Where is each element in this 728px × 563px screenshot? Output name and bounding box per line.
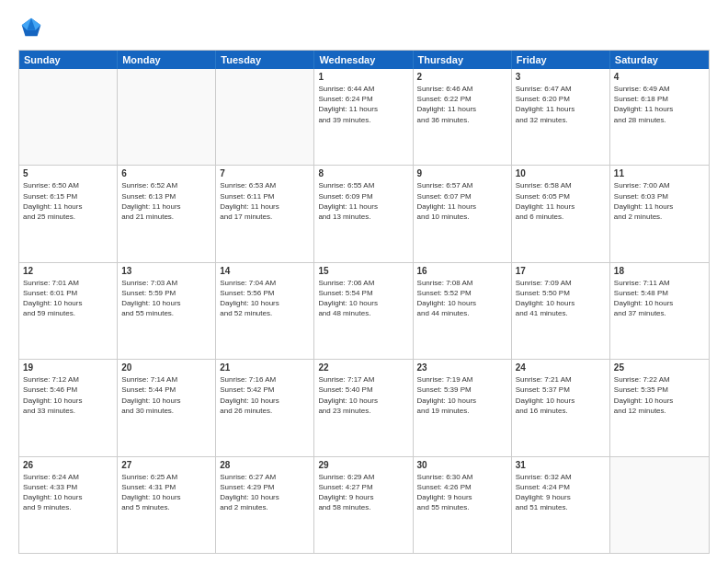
day-number: 10 <box>516 168 606 178</box>
day-number: 12 <box>23 266 113 276</box>
day-number: 14 <box>220 266 310 276</box>
day-info: Sunrise: 7:06 AM Sunset: 5:54 PM Dayligh… <box>318 278 408 319</box>
day-info: Sunrise: 7:01 AM Sunset: 6:01 PM Dayligh… <box>23 278 113 319</box>
day-cell: 10Sunrise: 6:58 AM Sunset: 6:05 PM Dayli… <box>512 166 610 261</box>
day-cell: 23Sunrise: 7:19 AM Sunset: 5:39 PM Dayli… <box>414 360 512 455</box>
day-number: 6 <box>121 168 211 178</box>
day-number: 9 <box>417 168 507 178</box>
day-info: Sunrise: 7:19 AM Sunset: 5:39 PM Dayligh… <box>417 374 507 416</box>
day-cell: 30Sunrise: 6:30 AM Sunset: 4:26 PM Dayli… <box>414 457 512 553</box>
day-cell: 24Sunrise: 7:21 AM Sunset: 5:37 PM Dayli… <box>512 360 610 455</box>
day-cell: 11Sunrise: 7:00 AM Sunset: 6:03 PM Dayli… <box>610 166 709 261</box>
empty-cell <box>216 69 314 165</box>
day-info: Sunrise: 6:50 AM Sunset: 6:15 PM Dayligh… <box>23 180 113 222</box>
weekday-header: Wednesday <box>314 51 413 69</box>
day-number: 5 <box>23 168 113 178</box>
day-number: 21 <box>220 362 310 373</box>
day-number: 20 <box>121 362 211 373</box>
day-cell: 28Sunrise: 6:27 AM Sunset: 4:29 PM Dayli… <box>216 457 314 553</box>
day-info: Sunrise: 6:46 AM Sunset: 6:22 PM Dayligh… <box>417 84 507 125</box>
day-cell: 4Sunrise: 6:49 AM Sunset: 6:18 PM Daylig… <box>610 69 709 165</box>
day-cell: 22Sunrise: 7:17 AM Sunset: 5:40 PM Dayli… <box>314 360 413 455</box>
calendar-week-row: 26Sunrise: 6:24 AM Sunset: 4:33 PM Dayli… <box>19 457 709 553</box>
calendar: SundayMondayTuesdayWednesdayThursdayFrid… <box>18 50 710 554</box>
day-number: 15 <box>318 266 408 276</box>
calendar-week-row: 1Sunrise: 6:44 AM Sunset: 6:24 PM Daylig… <box>19 69 709 166</box>
day-info: Sunrise: 7:11 AM Sunset: 5:48 PM Dayligh… <box>614 278 705 319</box>
day-info: Sunrise: 6:55 AM Sunset: 6:09 PM Dayligh… <box>318 180 408 222</box>
day-info: Sunrise: 6:24 AM Sunset: 4:33 PM Dayligh… <box>23 472 113 513</box>
day-cell: 26Sunrise: 6:24 AM Sunset: 4:33 PM Dayli… <box>19 457 118 553</box>
day-cell: 19Sunrise: 7:12 AM Sunset: 5:46 PM Dayli… <box>19 360 118 455</box>
day-number: 7 <box>220 168 310 178</box>
empty-cell <box>19 69 118 165</box>
day-cell: 16Sunrise: 7:08 AM Sunset: 5:52 PM Dayli… <box>414 263 512 359</box>
day-info: Sunrise: 7:14 AM Sunset: 5:44 PM Dayligh… <box>121 374 211 416</box>
header <box>18 15 710 40</box>
logo-icon <box>18 15 44 40</box>
day-cell: 6Sunrise: 6:52 AM Sunset: 6:13 PM Daylig… <box>118 166 216 261</box>
day-number: 26 <box>23 460 113 470</box>
day-cell: 8Sunrise: 6:55 AM Sunset: 6:09 PM Daylig… <box>314 166 413 261</box>
weekday-header: Monday <box>118 51 216 69</box>
weekday-header: Sunday <box>19 51 118 69</box>
day-number: 28 <box>220 460 310 470</box>
day-info: Sunrise: 6:47 AM Sunset: 6:20 PM Dayligh… <box>516 84 606 125</box>
day-number: 8 <box>318 168 408 178</box>
day-number: 30 <box>417 460 507 470</box>
empty-cell <box>118 69 216 165</box>
day-info: Sunrise: 7:09 AM Sunset: 5:50 PM Dayligh… <box>516 278 606 319</box>
day-number: 29 <box>318 460 408 470</box>
day-cell: 15Sunrise: 7:06 AM Sunset: 5:54 PM Dayli… <box>314 263 413 359</box>
day-number: 18 <box>614 266 705 276</box>
logo <box>18 15 48 40</box>
day-cell: 7Sunrise: 6:53 AM Sunset: 6:11 PM Daylig… <box>216 166 314 261</box>
day-number: 16 <box>417 266 507 276</box>
day-number: 23 <box>417 362 507 373</box>
weekday-header: Saturday <box>610 51 709 69</box>
day-info: Sunrise: 7:17 AM Sunset: 5:40 PM Dayligh… <box>318 374 408 416</box>
calendar-week-row: 5Sunrise: 6:50 AM Sunset: 6:15 PM Daylig… <box>19 166 709 262</box>
day-number: 3 <box>516 72 606 82</box>
day-number: 11 <box>614 168 705 178</box>
day-cell: 1Sunrise: 6:44 AM Sunset: 6:24 PM Daylig… <box>314 69 413 165</box>
day-info: Sunrise: 7:21 AM Sunset: 5:37 PM Dayligh… <box>516 374 606 416</box>
calendar-header: SundayMondayTuesdayWednesdayThursdayFrid… <box>19 51 709 69</box>
day-number: 24 <box>516 362 606 373</box>
empty-cell <box>610 457 709 553</box>
day-info: Sunrise: 7:00 AM Sunset: 6:03 PM Dayligh… <box>614 180 705 222</box>
day-cell: 5Sunrise: 6:50 AM Sunset: 6:15 PM Daylig… <box>19 166 118 261</box>
day-cell: 25Sunrise: 7:22 AM Sunset: 5:35 PM Dayli… <box>610 360 709 455</box>
day-cell: 27Sunrise: 6:25 AM Sunset: 4:31 PM Dayli… <box>118 457 216 553</box>
day-info: Sunrise: 6:27 AM Sunset: 4:29 PM Dayligh… <box>220 472 310 513</box>
day-cell: 21Sunrise: 7:16 AM Sunset: 5:42 PM Dayli… <box>216 360 314 455</box>
day-number: 1 <box>318 72 408 82</box>
day-info: Sunrise: 6:58 AM Sunset: 6:05 PM Dayligh… <box>516 180 606 222</box>
day-number: 2 <box>417 72 507 82</box>
day-info: Sunrise: 6:49 AM Sunset: 6:18 PM Dayligh… <box>614 84 705 125</box>
day-cell: 17Sunrise: 7:09 AM Sunset: 5:50 PM Dayli… <box>512 263 610 359</box>
day-info: Sunrise: 6:30 AM Sunset: 4:26 PM Dayligh… <box>417 472 507 513</box>
day-info: Sunrise: 6:32 AM Sunset: 4:24 PM Dayligh… <box>516 472 606 513</box>
day-info: Sunrise: 7:04 AM Sunset: 5:56 PM Dayligh… <box>220 278 310 319</box>
weekday-header: Tuesday <box>216 51 314 69</box>
day-info: Sunrise: 6:57 AM Sunset: 6:07 PM Dayligh… <box>417 180 507 222</box>
day-info: Sunrise: 6:29 AM Sunset: 4:27 PM Dayligh… <box>318 472 408 513</box>
day-info: Sunrise: 6:25 AM Sunset: 4:31 PM Dayligh… <box>121 472 211 513</box>
day-cell: 9Sunrise: 6:57 AM Sunset: 6:07 PM Daylig… <box>414 166 512 261</box>
calendar-body: 1Sunrise: 6:44 AM Sunset: 6:24 PM Daylig… <box>19 69 709 553</box>
calendar-week-row: 19Sunrise: 7:12 AM Sunset: 5:46 PM Dayli… <box>19 360 709 456</box>
day-info: Sunrise: 7:16 AM Sunset: 5:42 PM Dayligh… <box>220 374 310 416</box>
day-cell: 20Sunrise: 7:14 AM Sunset: 5:44 PM Dayli… <box>118 360 216 455</box>
day-info: Sunrise: 7:22 AM Sunset: 5:35 PM Dayligh… <box>614 374 705 416</box>
weekday-header: Friday <box>512 51 610 69</box>
day-cell: 14Sunrise: 7:04 AM Sunset: 5:56 PM Dayli… <box>216 263 314 359</box>
day-info: Sunrise: 6:53 AM Sunset: 6:11 PM Dayligh… <box>220 180 310 222</box>
day-number: 4 <box>614 72 705 82</box>
day-info: Sunrise: 6:52 AM Sunset: 6:13 PM Dayligh… <box>121 180 211 222</box>
page: SundayMondayTuesdayWednesdayThursdayFrid… <box>0 0 728 563</box>
day-cell: 12Sunrise: 7:01 AM Sunset: 6:01 PM Dayli… <box>19 263 118 359</box>
day-info: Sunrise: 7:12 AM Sunset: 5:46 PM Dayligh… <box>23 374 113 416</box>
day-cell: 18Sunrise: 7:11 AM Sunset: 5:48 PM Dayli… <box>610 263 709 359</box>
day-number: 22 <box>318 362 408 373</box>
